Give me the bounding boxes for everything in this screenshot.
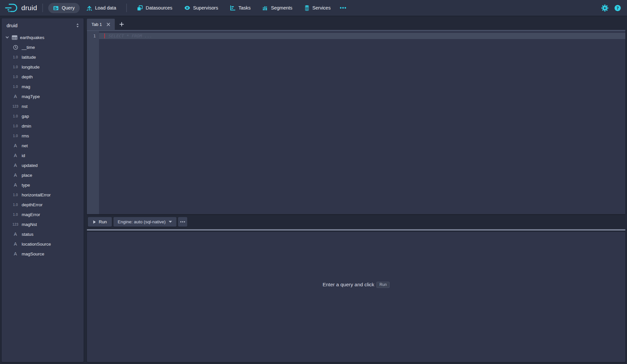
column-name: magType [22,94,40,99]
settings-icon[interactable] [601,5,608,11]
column-name: net [22,143,28,148]
services-icon [304,5,310,11]
column-item-type[interactable]: Atype [2,180,84,190]
column-item-id[interactable]: Aid [2,151,84,160]
table-item-earthquakes[interactable]: earthquakes [2,32,84,42]
time-type-icon [11,45,19,50]
more-dots-icon [339,7,347,9]
column-item-gap[interactable]: 1.0gap [2,111,84,121]
column-item-horizontalError[interactable]: 1.0horizontalError [2,190,84,200]
schema-sidebar: druid earthquakes [2,18,84,362]
string-type-icon: A [11,153,19,158]
caret-down-icon [169,221,172,223]
druid-logo[interactable]: druid [5,3,37,13]
nav-item-services[interactable]: Services [299,3,336,13]
line-number: 1 [87,33,99,39]
column-item-latitude[interactable]: 1.0latitude [2,52,84,62]
column-name: status [22,232,33,237]
help-icon[interactable]: ? [614,5,621,11]
float-type-icon: 1.0 [11,203,19,207]
long-type-icon: 123 [11,104,19,108]
string-type-icon: A [11,172,19,178]
nav-item-label: Load data [95,5,116,10]
tab-1[interactable]: Tab 1 [87,19,115,30]
resize-splitter[interactable] [87,229,625,231]
column-item-place[interactable]: Aplace [2,170,84,180]
sql-editor[interactable]: 1 SELECT * FROM ... [87,30,625,214]
column-name: type [22,183,30,188]
nav-divider [126,4,127,12]
column-item-longitude[interactable]: 1.0longitude [2,62,84,72]
nav-more-button[interactable] [335,7,351,9]
tab-label: Tab 1 [91,22,102,27]
column-tree: earthquakes __time1.0latitude1.0longitud… [2,31,84,259]
run-hint-kbd: Run [376,282,390,288]
column-name: locationSource [22,242,51,247]
column-name: __time [22,45,35,50]
text-cursor [104,33,105,38]
nav-item-tasks[interactable]: Tasks [225,3,255,13]
chevron-down-icon [5,35,9,39]
column-name: id [22,153,25,158]
nav-item-query[interactable]: Query [48,3,80,13]
double-caret-icon [75,23,80,28]
column-name: latitude [22,55,36,60]
nav-item-label: Tasks [238,5,251,10]
new-tab-button[interactable] [117,19,127,30]
column-item-updated[interactable]: Aupdated [2,160,84,170]
query-more-button[interactable] [178,217,187,227]
float-type-icon: 1.0 [11,65,19,69]
column-name: horizontalError [22,192,51,197]
editor-placeholder: SELECT * FROM ... [109,33,152,39]
run-button[interactable]: Run [88,217,112,227]
column-name: nst [22,104,28,109]
column-item-depth[interactable]: 1.0depth [2,72,84,82]
engine-select-button[interactable]: Engine: auto (sql-native) [113,217,176,227]
string-type-icon: A [11,94,19,99]
schema-selector[interactable]: druid [2,18,84,31]
column-item-magSource[interactable]: AmagSource [2,249,84,259]
column-name: updated [22,163,38,168]
run-toolbar: Run Engine: auto (sql-native) [87,214,625,229]
column-name: rms [22,133,29,138]
long-type-icon: 123 [11,222,19,226]
column-item-mag[interactable]: 1.0mag [2,82,84,91]
schema-name: druid [7,23,17,28]
string-type-icon: A [11,163,19,168]
column-name: longitude [22,65,40,70]
float-type-icon: 1.0 [11,75,19,79]
column-item-magType[interactable]: AmagType [2,91,84,101]
nav-item-label: Services [313,5,331,10]
column-item-status[interactable]: Astatus [2,229,84,239]
nav-item-supervisors[interactable]: Supervisors [179,3,223,13]
column-name: gap [22,114,29,119]
column-name: depthError [22,202,43,207]
column-name: magSource [22,252,44,256]
string-type-icon: A [11,182,19,188]
column-item-dmin[interactable]: 1.0dmin [2,121,84,131]
column-item-nst[interactable]: 123nst [2,101,84,111]
column-item-magNst[interactable]: 123magNst [2,219,84,229]
column-name: magError [22,212,40,217]
column-item-__time[interactable]: __time [2,42,84,52]
float-type-icon: 1.0 [11,85,19,89]
brand-text: druid [21,4,37,12]
close-icon[interactable] [106,22,111,27]
nav-item-label: Supervisors [193,5,218,10]
segments-icon [262,5,268,11]
string-type-icon: A [11,241,19,247]
column-item-magError[interactable]: 1.0magError [2,210,84,219]
nav-item-segments[interactable]: Segments [257,3,297,13]
column-item-net[interactable]: Anet [2,141,84,151]
nav-item-datasources[interactable]: Datasources [132,3,177,13]
query-tab-bar: Tab 1 [87,18,625,30]
string-type-icon: A [11,251,19,256]
supervisors-icon [184,5,190,10]
column-item-locationSource[interactable]: AlocationSource [2,239,84,249]
column-item-depthError[interactable]: 1.0depthError [2,200,84,210]
column-item-rms[interactable]: 1.0rms [2,131,84,141]
nav-item-load-data[interactable]: Load data [82,3,121,13]
nav-divider [42,4,43,12]
column-name: depth [22,74,33,79]
play-icon [93,220,96,224]
